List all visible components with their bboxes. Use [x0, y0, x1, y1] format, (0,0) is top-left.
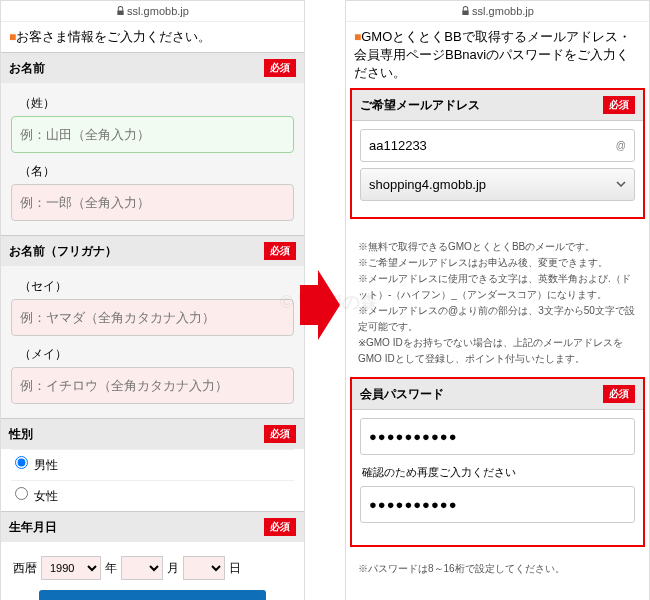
at-sign: @	[616, 140, 626, 151]
month-select[interactable]	[121, 556, 163, 580]
arrow-icon	[300, 270, 340, 343]
email-highlight-box: ご希望メールアドレス必須 aa112233 @ shopping4.gmobb.…	[350, 88, 645, 219]
gender-male-row[interactable]: 男性	[11, 449, 294, 480]
email-section-header: ご希望メールアドレス必須	[352, 90, 643, 121]
url-text: ssl.gmobb.jp	[127, 5, 189, 17]
kana-section-header: お名前（フリガナ）必須	[1, 235, 304, 266]
required-badge: 必須	[264, 518, 296, 536]
chevron-down-icon	[616, 177, 626, 192]
section-heading: ■お客さま情報をご入力ください。	[1, 22, 304, 52]
dob-section-header: 生年月日必須	[1, 511, 304, 542]
kmei-label: （メイ）	[19, 346, 294, 363]
gender-male-radio[interactable]	[15, 456, 28, 469]
required-badge: 必須	[603, 96, 635, 114]
gender-female-radio[interactable]	[15, 487, 28, 500]
mei-label: （名）	[19, 163, 294, 180]
password-section-header: 会員パスワード必須	[352, 379, 643, 410]
gender-section-header: 性別必須	[1, 418, 304, 449]
era-label: 西暦	[13, 560, 37, 577]
section-heading: ■GMOとくとくBBで取得するメールアドレス・会員専用ページBBnaviのパスワ…	[346, 22, 649, 88]
lock-icon	[461, 5, 470, 17]
day-select[interactable]	[183, 556, 225, 580]
password-input[interactable]: ●●●●●●●●●●	[360, 418, 635, 455]
required-badge: 必須	[264, 59, 296, 77]
password-note: パスワードは8～16桁で設定してください。	[346, 557, 649, 587]
name-section-header: お名前必須	[1, 52, 304, 83]
email-notes: 無料で取得できるGMOとくとくBBのメールです。 ご希望メールアドレスはお申込み…	[346, 229, 649, 377]
domain-select[interactable]: shopping4.gmobb.jp	[360, 168, 635, 201]
required-badge: 必須	[603, 385, 635, 403]
url-text: ssl.gmobb.jp	[472, 5, 534, 17]
kmei-input[interactable]	[11, 367, 294, 404]
lock-icon	[116, 5, 125, 17]
required-badge: 必須	[264, 242, 296, 260]
address-bar: ssl.gmobb.jp	[346, 1, 649, 22]
right-screen: ssl.gmobb.jp ■GMOとくとくBBで取得するメールアドレス・会員専用…	[345, 0, 650, 600]
password-confirm-label: 確認のため再度ご入力ください	[360, 461, 635, 486]
required-badge: 必須	[264, 425, 296, 443]
year-select[interactable]: 1990	[41, 556, 101, 580]
password-highlight-box: 会員パスワード必須 ●●●●●●●●●● 確認のため再度ご入力ください ●●●●…	[350, 377, 645, 547]
gender-female-row[interactable]: 女性	[11, 480, 294, 511]
left-screen: ssl.gmobb.jp ■お客さま情報をご入力ください。 お名前必須 （姓） …	[0, 0, 305, 600]
ksei-label: （セイ）	[19, 278, 294, 295]
sei-label: （姓）	[19, 95, 294, 112]
email-input[interactable]: aa112233 @	[360, 129, 635, 162]
password-confirm-input[interactable]: ●●●●●●●●●●	[360, 486, 635, 523]
ksei-input[interactable]	[11, 299, 294, 336]
next-button[interactable]	[39, 590, 265, 600]
address-bar: ssl.gmobb.jp	[1, 1, 304, 22]
sei-input[interactable]	[11, 116, 294, 153]
mei-input[interactable]	[11, 184, 294, 221]
